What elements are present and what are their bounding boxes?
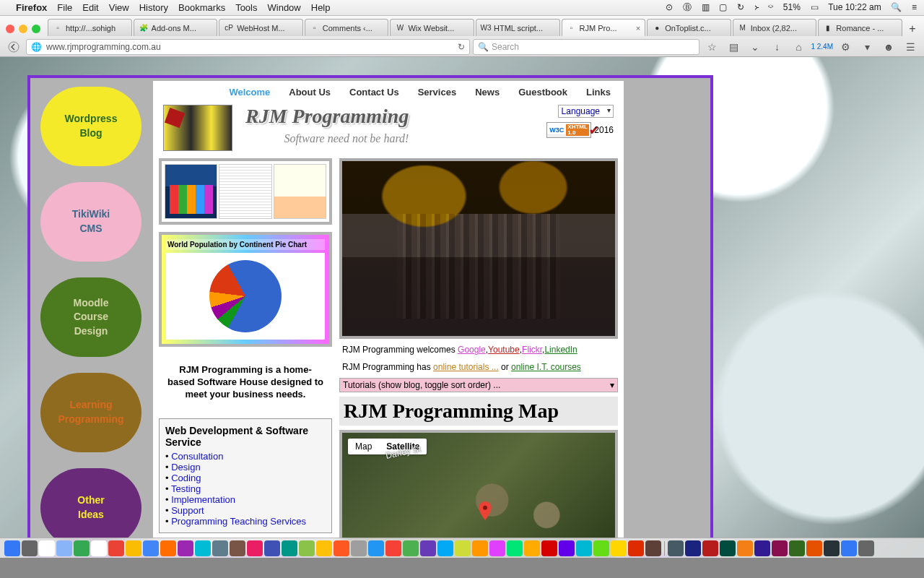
addon-badge[interactable]: 1 2.4M: [811, 39, 833, 55]
dock-app-icon[interactable]: [559, 540, 575, 556]
dock-app-icon[interactable]: [611, 540, 627, 556]
back-button[interactable]: [4, 39, 23, 55]
w3c-xhtml-badge[interactable]: W3CXHTML 1.0✔: [546, 122, 591, 138]
menu-file[interactable]: File: [57, 2, 72, 13]
language-select[interactable]: Language: [558, 105, 614, 118]
clock[interactable]: Tue 10:22 am: [828, 2, 881, 12]
bookmark-star-icon[interactable]: ☆: [702, 39, 721, 55]
pocket-icon[interactable]: ⌄: [746, 39, 764, 55]
spotlight-icon[interactable]: 🔍: [891, 2, 902, 12]
dock-app-icon[interactable]: [282, 540, 297, 556]
service-link[interactable]: Programming Teaching Services: [171, 516, 306, 527]
dock-app-icon[interactable]: [403, 540, 419, 556]
service-link[interactable]: Consultation: [171, 451, 223, 462]
reload-icon[interactable]: ↻: [458, 42, 465, 52]
dock-app-icon[interactable]: [668, 540, 684, 556]
nav-services[interactable]: Services: [418, 87, 457, 98]
library-icon[interactable]: ▤: [724, 39, 743, 55]
service-link[interactable]: Testing: [171, 483, 201, 494]
home-icon[interactable]: ⌂: [789, 39, 808, 55]
browser-tab[interactable]: cPWebHost M...: [219, 19, 303, 36]
link-google[interactable]: Google: [458, 345, 486, 355]
menu-window[interactable]: Window: [268, 2, 301, 13]
browser-tab[interactable]: ●OnToplist.c...: [647, 19, 731, 36]
dock-app-icon[interactable]: [56, 540, 72, 556]
dock-app-icon[interactable]: [702, 540, 718, 556]
dock-app-icon[interactable]: [472, 540, 488, 556]
hamburger-menu-icon[interactable]: ☰: [901, 39, 920, 55]
browser-tab[interactable]: ▫RJM Pro...×: [562, 19, 646, 36]
menu-view[interactable]: View: [109, 2, 129, 13]
dock-app-icon[interactable]: [195, 540, 211, 556]
bluetooth-icon[interactable]: ᚛: [754, 2, 759, 12]
dock-app-icon[interactable]: [22, 540, 38, 556]
app-name[interactable]: Firefox: [16, 2, 47, 13]
dock-app-icon[interactable]: [247, 540, 263, 556]
menu-help[interactable]: Help: [311, 2, 331, 13]
service-link[interactable]: Support: [171, 505, 204, 516]
nav-news[interactable]: News: [475, 87, 500, 98]
dock-app-icon[interactable]: [858, 540, 874, 556]
dock-app-icon[interactable]: [299, 540, 315, 556]
dock-app-icon[interactable]: [178, 540, 193, 556]
minimize-window-button[interactable]: [19, 25, 27, 33]
url-bar[interactable]: 🌐 www.rjmprogramming.com.au ↻: [26, 39, 470, 55]
dock-app-icon[interactable]: [385, 540, 401, 556]
bubble-wordpress-blog[interactable]: WordpressBlog: [40, 87, 141, 166]
dock-app-icon[interactable]: [685, 540, 701, 556]
nav-guestbook[interactable]: Guestbook: [518, 87, 567, 98]
dock-app-icon[interactable]: [524, 540, 540, 556]
dock-app-icon[interactable]: [772, 540, 788, 556]
browser-tab[interactable]: WWix Websit...: [390, 19, 474, 36]
dock-app-icon[interactable]: [212, 540, 228, 556]
dock-app-icon[interactable]: [91, 540, 107, 556]
browser-tab[interactable]: ▮Romance - ...: [818, 19, 902, 36]
search-bar[interactable]: 🔍 Search: [473, 39, 699, 55]
close-tab-icon[interactable]: ×: [636, 24, 640, 33]
nav-contact-us[interactable]: Contact Us: [349, 87, 399, 98]
browser-tab[interactable]: ▫http://...sohigh: [48, 19, 132, 36]
dock-app-icon[interactable]: [143, 540, 159, 556]
pie-chart-box[interactable]: World Population by Continent Pie Chart: [159, 232, 332, 347]
menu-history[interactable]: History: [139, 2, 168, 13]
link-flickr[interactable]: Flickr: [522, 345, 542, 355]
dock-app-icon[interactable]: [754, 540, 770, 556]
menu-edit[interactable]: Edit: [82, 2, 98, 13]
bubble-other-ideas[interactable]: OtherIdeas: [40, 468, 141, 548]
status-icon[interactable]: Ⓑ: [683, 2, 692, 12]
logo-image[interactable]: [163, 105, 232, 151]
addon-icon[interactable]: ▾: [858, 39, 876, 55]
service-link[interactable]: Coding: [171, 473, 201, 483]
nav-welcome[interactable]: Welcome: [229, 87, 270, 98]
status-icon[interactable]: ▥: [702, 2, 710, 12]
dock-app-icon[interactable]: [334, 540, 349, 556]
dock-app-icon[interactable]: [437, 540, 453, 556]
dock-app-icon[interactable]: [74, 540, 90, 556]
dock-app-icon[interactable]: [420, 540, 436, 556]
zoom-window-button[interactable]: [32, 25, 40, 33]
dock-app-icon[interactable]: [368, 540, 384, 556]
dock-app-icon[interactable]: [628, 540, 644, 556]
dock-app-icon[interactable]: [160, 540, 176, 556]
dock-app-icon[interactable]: [541, 540, 557, 556]
battery-icon[interactable]: ▭: [811, 2, 819, 12]
dock-app-icon[interactable]: [489, 540, 505, 556]
dock-app-icon[interactable]: [841, 540, 857, 556]
close-window-button[interactable]: [6, 25, 14, 33]
wifi-icon[interactable]: ⌔: [768, 2, 773, 12]
dock-app-icon[interactable]: [455, 540, 471, 556]
dock-app-icon[interactable]: [806, 540, 822, 556]
nav-links[interactable]: Links: [586, 87, 611, 98]
link-online-tutorials[interactable]: online tutorials ...: [433, 362, 499, 372]
dock-app-icon[interactable]: [720, 540, 736, 556]
dock-app-icon[interactable]: [824, 540, 840, 556]
new-tab-button[interactable]: +: [904, 22, 921, 36]
service-link[interactable]: Implementation: [171, 494, 235, 505]
thumbnail-1[interactable]: [165, 164, 217, 219]
dock-app-icon[interactable]: [264, 540, 280, 556]
dock-app-icon[interactable]: [351, 540, 367, 556]
dock-app-icon[interactable]: [39, 540, 55, 556]
dock-app-icon[interactable]: [789, 540, 805, 556]
dock-app-icon[interactable]: [316, 540, 332, 556]
dock-app-icon[interactable]: [108, 540, 124, 556]
